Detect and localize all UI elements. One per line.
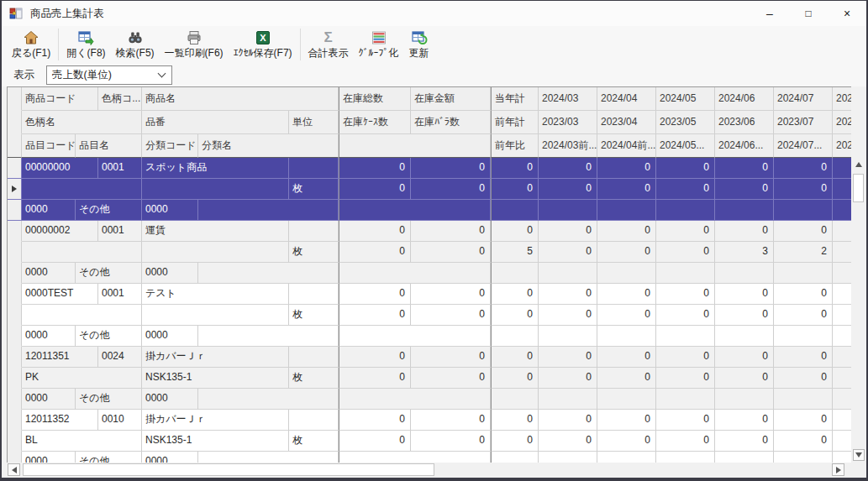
cell-value[interactable]: 0 — [715, 221, 774, 242]
back-button[interactable]: 戻る(F1) — [7, 28, 55, 60]
cell-value[interactable]: 0 — [539, 410, 597, 431]
header-month-ratio[interactable]: 2024/06... — [715, 134, 774, 158]
cell-class-name[interactable] — [198, 263, 339, 284]
cell-value[interactable]: 0 — [656, 158, 715, 179]
header-stock-amount[interactable]: 在庫金額 — [411, 87, 491, 111]
cell-value[interactable]: 0 — [491, 158, 539, 179]
header-month[interactable]: 2023/06 — [715, 111, 774, 134]
header-product-name[interactable]: 商品名 — [142, 87, 339, 111]
cell-value[interactable]: 0 — [339, 347, 411, 368]
maximize-button[interactable]: □ — [789, 1, 828, 26]
cell-value[interactable]: 0 — [539, 347, 597, 368]
cell-item-code[interactable]: 0000 — [22, 326, 76, 347]
cell-value[interactable]: 0 — [774, 221, 833, 242]
header-month[interactable]: 2024/07 — [774, 87, 833, 111]
header-month[interactable]: 2024/06 — [715, 87, 774, 111]
cell-value[interactable]: 0 — [539, 305, 597, 326]
cell-item-code[interactable]: 0000 — [22, 200, 76, 221]
cell-color-name[interactable]: PK — [22, 368, 142, 389]
cell-value[interactable]: 0 — [656, 221, 715, 242]
row-indicator[interactable] — [8, 284, 22, 305]
header-month-clipped[interactable]: 2024/0 — [833, 134, 852, 158]
header-month-ratio[interactable]: 2024/04前... — [597, 134, 656, 158]
cell-unit[interactable]: 枚 — [289, 368, 339, 389]
header-prev-year-ratio[interactable]: 前年比 — [491, 134, 539, 158]
group-button[interactable]: ｸﾞﾙｰﾌﾟ化 — [354, 28, 404, 60]
cell-value[interactable]: 0 — [411, 284, 491, 305]
header-color-name[interactable]: 色柄名 — [22, 111, 142, 134]
excel-save-button[interactable]: X ｴｸｾﾙ保存(F7) — [229, 28, 297, 60]
header-unit[interactable]: 単位 — [289, 111, 339, 134]
cell-color-name[interactable] — [22, 305, 142, 326]
cell-value[interactable]: 2 — [774, 242, 833, 263]
total-display-button[interactable]: Σ 合計表示 — [303, 28, 354, 60]
header-color-code[interactable]: 色柄コ... — [98, 87, 142, 111]
cell-hinban[interactable]: NSK135-1 — [142, 368, 289, 389]
header-month[interactable]: 2023/04 — [597, 111, 656, 134]
cell-value[interactable]: 0 — [339, 221, 411, 242]
cell-color-code[interactable]: 0001 — [98, 284, 142, 305]
cell-value[interactable]: 0 — [539, 368, 597, 389]
header-month[interactable]: 2023/07 — [774, 111, 833, 134]
cell-value[interactable]: 0 — [774, 305, 833, 326]
cell-value[interactable]: 0 — [715, 431, 774, 452]
cell-value[interactable]: 0 — [656, 305, 715, 326]
cell-value[interactable]: 0 — [539, 242, 597, 263]
header-prev-year-total[interactable]: 前年計 — [491, 111, 539, 134]
row-indicator[interactable] — [8, 305, 22, 326]
cell-color-code[interactable]: 0010 — [98, 410, 142, 431]
display-select[interactable]: 売上数(単位) — [46, 65, 172, 85]
cell-item-name[interactable]: その他 — [76, 200, 142, 221]
cell-color-code[interactable]: 0001 — [98, 158, 142, 179]
search-button[interactable]: 検索(F5) — [111, 28, 160, 60]
row-indicator[interactable] — [8, 200, 22, 221]
header-class-code[interactable]: 分類コード — [142, 134, 198, 158]
cell-value[interactable]: 0 — [597, 221, 656, 242]
cell-hinban[interactable] — [142, 242, 289, 263]
row-indicator[interactable] — [8, 452, 22, 463]
cell-product-code[interactable]: 00000002 — [22, 221, 98, 242]
vertical-scrollbar[interactable] — [851, 86, 866, 463]
open-button[interactable]: 開く(F8) — [61, 28, 110, 60]
cell-color-name[interactable] — [22, 179, 142, 200]
cell-hinban[interactable]: NSK135-1 — [142, 431, 289, 452]
cell-value[interactable]: 0 — [597, 284, 656, 305]
cell-value[interactable]: 0 — [411, 221, 491, 242]
row-indicator[interactable] — [8, 368, 22, 389]
cell-value[interactable]: 0 — [656, 242, 715, 263]
header-month-clipped[interactable]: 2024/0 — [833, 87, 852, 111]
minimize-button[interactable]: – — [750, 1, 789, 26]
cell-value[interactable]: 0 — [339, 242, 411, 263]
header-month-ratio[interactable]: 2024/03前... — [539, 134, 597, 158]
refresh-button[interactable]: 更新 — [404, 28, 434, 60]
cell-value[interactable]: 0 — [597, 305, 656, 326]
cell-value[interactable]: 0 — [774, 347, 833, 368]
cell-value[interactable]: 0 — [715, 179, 774, 200]
scroll-left-button[interactable] — [8, 463, 20, 476]
cell-value[interactable]: 0 — [715, 284, 774, 305]
cell-class-code[interactable]: 0000 — [142, 452, 198, 463]
horizontal-scrollbar[interactable] — [7, 463, 851, 478]
cell-value[interactable]: 0 — [411, 347, 491, 368]
print-list-button[interactable]: 一覧印刷(F6) — [160, 28, 229, 60]
cell-value[interactable]: 0 — [715, 410, 774, 431]
cell-class-name[interactable] — [198, 200, 339, 221]
cell-product-code[interactable]: 00000000 — [22, 158, 98, 179]
cell-value[interactable]: 0 — [774, 431, 833, 452]
cell-item-name[interactable]: その他 — [76, 452, 142, 463]
cell-value[interactable]: 0 — [715, 368, 774, 389]
header-stock-bara[interactable]: 在庫ﾊﾞﾗ数 — [411, 111, 491, 134]
cell-color-code[interactable]: 0001 — [98, 221, 142, 242]
header-class-name[interactable]: 分類名 — [198, 134, 339, 158]
cell-value[interactable]: 0 — [774, 410, 833, 431]
close-button[interactable]: × — [828, 1, 866, 26]
row-indicator[interactable] — [8, 221, 22, 242]
row-indicator[interactable] — [8, 158, 22, 179]
cell-value[interactable]: 0 — [411, 158, 491, 179]
header-month[interactable]: 2024/04 — [597, 87, 656, 111]
cell-value[interactable]: 3 — [715, 242, 774, 263]
cell-value[interactable]: 0 — [339, 368, 411, 389]
cell-value[interactable]: 0 — [774, 284, 833, 305]
cell-value[interactable]: 0 — [656, 368, 715, 389]
header-month[interactable]: 2023/03 — [539, 111, 597, 134]
